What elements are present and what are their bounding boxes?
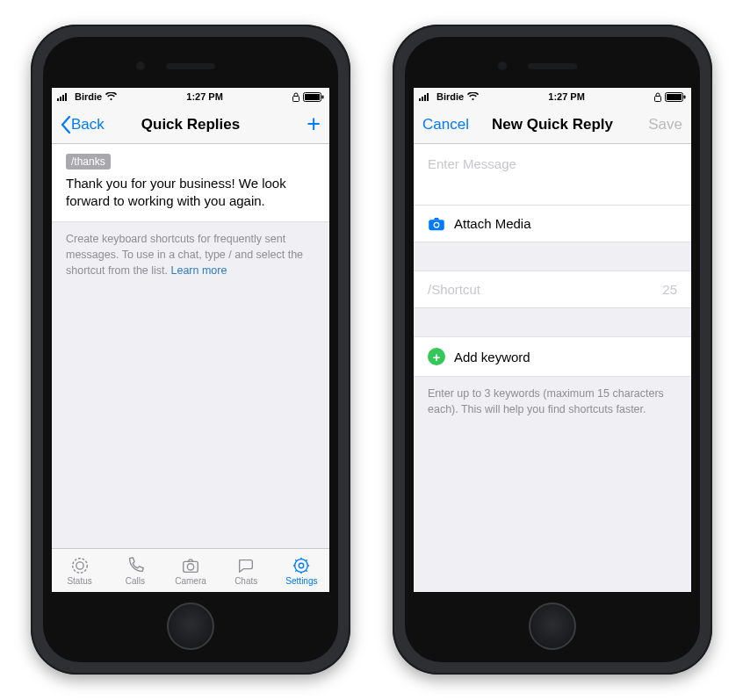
plus-circle-icon: + (428, 348, 445, 365)
battery-icon (303, 92, 324, 102)
signal-icon (419, 92, 433, 101)
svg-rect-2 (62, 95, 64, 101)
learn-more-link[interactable]: Learn more (170, 264, 227, 277)
status-bar: Birdie 1:27 PM (52, 88, 329, 105)
quick-reply-body: Thank you for your business! We look for… (66, 175, 315, 211)
battery-icon (665, 92, 686, 102)
tab-bar: Status Calls Camera Chats Settings (52, 548, 329, 592)
tab-settings[interactable]: Settings (274, 549, 329, 592)
wifi-icon (105, 92, 117, 101)
svg-rect-18 (654, 96, 660, 101)
tab-camera[interactable]: Camera (162, 549, 218, 592)
phone-icon (125, 556, 146, 575)
add-button[interactable]: + (298, 111, 329, 138)
svg-rect-6 (305, 94, 320, 100)
svg-point-12 (295, 559, 308, 572)
add-keyword-row[interactable]: + Add keyword (414, 336, 691, 377)
footer-hint: Create keyboard shortcuts for frequently… (52, 222, 329, 287)
chevron-left-icon (61, 116, 71, 134)
clock: 1:27 PM (548, 91, 585, 102)
svg-rect-14 (419, 98, 421, 101)
svg-point-8 (72, 558, 87, 573)
nav-bar: Back Quick Replies + (52, 105, 329, 144)
quick-reply-item[interactable]: /thanks Thank you for your business! We … (52, 144, 329, 222)
message-input[interactable]: Enter Message (414, 144, 691, 206)
svg-rect-0 (57, 98, 59, 101)
home-button[interactable] (529, 603, 576, 650)
svg-rect-4 (292, 96, 299, 101)
svg-rect-1 (60, 97, 61, 101)
svg-rect-20 (667, 94, 682, 100)
svg-rect-3 (65, 93, 67, 101)
shortcut-input[interactable]: /Shortcut 25 (414, 271, 691, 308)
svg-point-11 (187, 563, 193, 569)
back-button[interactable]: Back (52, 116, 113, 134)
attach-media-row[interactable]: Attach Media (414, 206, 691, 242)
shortcut-chip: /thanks (66, 154, 111, 170)
svg-rect-7 (321, 95, 323, 98)
camera-icon (428, 217, 445, 231)
tab-calls[interactable]: Calls (107, 549, 162, 592)
nav-bar: Cancel New Quick Reply Save (414, 105, 691, 144)
wifi-icon (467, 92, 479, 101)
svg-rect-21 (683, 95, 685, 98)
tab-status[interactable]: Status (52, 549, 107, 592)
cancel-button[interactable]: Cancel (414, 116, 478, 134)
keyword-footer: Enter up to 3 keywords (maximum 15 chara… (414, 377, 691, 426)
clock: 1:27 PM (186, 91, 223, 102)
svg-rect-16 (424, 95, 426, 101)
lock-icon (654, 92, 661, 102)
svg-rect-15 (422, 97, 423, 101)
phone-frame-right: Birdie 1:27 PM Cancel New Quick Reply Sa… (393, 25, 712, 675)
lock-icon (292, 92, 299, 102)
svg-rect-17 (427, 93, 429, 101)
settings-icon (291, 556, 312, 575)
save-button[interactable]: Save (639, 116, 691, 134)
svg-point-13 (299, 563, 305, 568)
carrier-label: Birdie (75, 91, 102, 102)
phone-frame-left: Birdie 1:27 PM Back Quick Replies + (31, 25, 350, 675)
plus-icon: + (307, 111, 321, 138)
tab-chats[interactable]: Chats (219, 549, 274, 592)
shortcut-char-limit: 25 (662, 282, 677, 297)
carrier-label: Birdie (436, 91, 464, 102)
camera-icon (180, 556, 201, 575)
signal-icon (57, 92, 71, 101)
status-bar: Birdie 1:27 PM (414, 88, 691, 105)
svg-point-9 (76, 561, 83, 568)
status-icon (69, 556, 90, 575)
chats-icon (235, 556, 256, 575)
home-button[interactable] (167, 603, 214, 650)
svg-point-24 (435, 223, 438, 227)
